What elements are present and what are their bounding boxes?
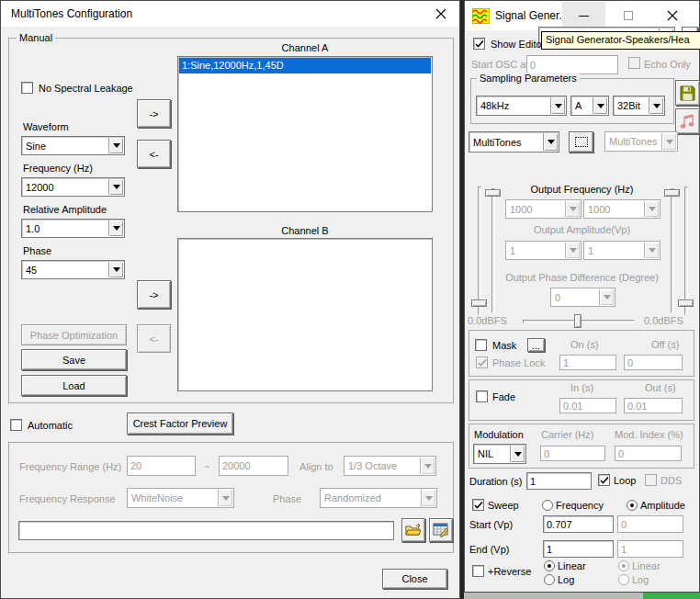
sweep-start-b-input[interactable] [617,515,683,533]
tone-button[interactable] [675,108,700,134]
save-settings-button[interactable] [675,80,700,106]
chevron-down-icon[interactable] [543,133,558,151]
fade-out-label: Out (s) [645,382,676,394]
modulation-type-select[interactable]: NIL [473,444,526,464]
duration-input[interactable] [526,472,592,490]
edit-table-button[interactable] [429,518,453,542]
right-outer-slider-handle[interactable] [678,300,694,307]
left-outer-level-slider[interactable] [478,186,481,315]
mask-checkbox[interactable] [475,339,487,351]
save-button[interactable]: Save [21,349,127,370]
open-file-button[interactable] [401,518,425,542]
channel-a-list[interactable]: 1:Sine,12000Hz,1,45D [177,56,433,212]
show-editor-checkbox[interactable] [473,38,485,50]
output-amplitude-a-select[interactable]: 1 [505,241,581,260]
frequency-range-to-input[interactable] [219,456,288,476]
load-button[interactable]: Load [21,375,127,396]
right-outer-level-slider[interactable] [684,186,688,315]
fade-in-input[interactable] [559,398,616,413]
sweep-end-b-input[interactable] [617,540,683,558]
bit-depth-select[interactable]: 32Bit [613,96,665,116]
start-osc-input[interactable] [526,55,618,74]
sweep-start-label: Start (Vp) [469,519,513,531]
align-to-select[interactable]: 1/3 Octave [344,456,436,476]
sweep-frequency-radio[interactable] [542,500,553,511]
mod-index-input[interactable] [615,446,682,461]
chevron-down-icon [565,243,580,258]
minimize-button[interactable] [562,2,605,29]
dds-checkbox[interactable] [645,474,657,486]
phase-optimization-button[interactable]: Phase Optimization [21,324,127,345]
wave-type-a-select[interactable]: MultiTones [469,131,559,153]
carrier-input[interactable] [540,446,605,461]
loop-checkbox[interactable] [598,474,610,486]
close-dialog-button[interactable]: Close [382,569,447,589]
chevron-down-icon[interactable] [108,262,123,277]
reverse-checkbox[interactable] [472,565,484,577]
log-a-radio[interactable] [544,574,555,585]
log-b-radio[interactable] [618,574,629,585]
close-button[interactable] [430,5,452,23]
remove-from-channel-b-button[interactable]: <- [137,324,171,353]
right-inner-level-slider[interactable] [671,188,674,313]
left-inner-level-slider[interactable] [491,188,495,313]
remove-from-channel-a-button[interactable]: <- [137,140,171,168]
linear-a-radio[interactable] [544,560,555,571]
maximize-button[interactable] [619,6,638,25]
phase-select[interactable]: 45 [21,260,125,279]
crest-factor-preview-button[interactable]: Crest Factor Preview [127,413,233,435]
multitones-config-button[interactable] [569,131,593,153]
right-inner-slider-handle[interactable] [664,189,680,197]
phase-lock-checkbox[interactable] [476,356,488,368]
add-to-channel-b-button[interactable]: -> [137,280,171,309]
frequency-select[interactable]: 12000 [21,177,125,197]
chevron-down-icon[interactable] [108,220,123,236]
linear-b-label: Linear [632,560,660,572]
no-spectral-leakage-checkbox[interactable] [21,82,33,94]
sweep-amplitude-radio[interactable] [627,500,638,511]
output-frequency-a-select[interactable]: 1000 [505,199,581,219]
balance-slider-handle[interactable] [574,314,581,328]
echo-only-label: Echo Only [644,59,691,71]
auto-phase-select[interactable]: Randomized [320,488,437,508]
fade-out-input[interactable] [624,398,683,413]
sample-rate-select[interactable]: 48kHz [476,96,567,116]
fade-checkbox[interactable] [476,390,488,402]
sweep-start-a-input[interactable] [543,515,614,533]
mask-on-input[interactable] [559,355,616,370]
channel-select[interactable]: A [570,96,609,116]
chevron-down-icon[interactable] [108,138,123,153]
output-phase-difference-select[interactable]: 0 [550,288,615,307]
list-item[interactable]: 1:Sine,12000Hz,1,45D [179,58,431,73]
frequency-range-from-input[interactable] [127,456,196,476]
manual-group-label: Manual [17,32,55,44]
linear-b-radio[interactable] [618,560,629,571]
left-inner-slider-handle[interactable] [485,189,501,197]
output-frequency-b-select[interactable]: 1000 [583,199,660,219]
check-icon [473,501,484,510]
sweep-end-a-input[interactable] [543,540,614,558]
mask-off-input[interactable] [624,355,683,370]
automatic-checkbox[interactable] [10,419,22,431]
chevron-down-icon[interactable] [593,97,607,114]
chevron-down-icon[interactable] [649,97,663,114]
waveform-select[interactable]: Sine [21,136,125,155]
mask-more-button[interactable]: ... [527,338,545,352]
left-outer-slider-handle[interactable] [471,300,487,307]
chevron-down-icon[interactable] [510,446,525,462]
relative-amplitude-select[interactable]: 1.0 [21,219,125,238]
echo-only-checkbox[interactable] [628,57,640,69]
output-phase-difference-label: Output Phase Difference (Degree) [488,272,676,284]
channel-b-list[interactable] [177,238,433,391]
frequency-range-label: Frequency Range (Hz) [19,461,121,473]
close-button[interactable] [661,6,683,25]
file-path-input[interactable] [18,521,394,540]
output-amplitude-b-select[interactable]: 1 [583,241,660,260]
frequency-response-select[interactable]: WhiteNoise [127,488,234,508]
sweep-checkbox[interactable] [472,499,484,511]
add-to-channel-a-button[interactable]: -> [137,99,171,128]
wave-type-b-select[interactable]: MultiTones [604,131,678,152]
chevron-down-icon[interactable] [108,179,123,195]
titlebar[interactable]: MultiTones Configuration [1,1,459,27]
chevron-down-icon[interactable] [550,97,565,114]
